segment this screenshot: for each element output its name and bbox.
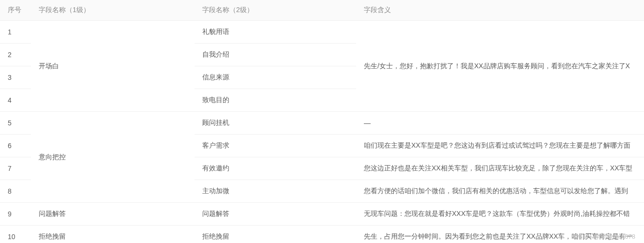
header-l1: 字段名称（1级） bbox=[31, 0, 195, 21]
cell-l2: 顾问挂机 bbox=[195, 112, 356, 135]
cell-meaning: 咱们现在主要是XX车型是吧？您这边有到店看过或试驾过吗？您现在主要是想了解哪方面 bbox=[356, 135, 644, 157]
cell-l2: 拒绝挽留 bbox=[195, 226, 356, 243]
cell-l2: 主动加微 bbox=[195, 180, 356, 203]
cell-l2: 信息来源 bbox=[195, 66, 356, 89]
table-header-row: 序号 字段名称（1级） 字段名称（2级） 字段含义 bbox=[0, 0, 644, 21]
cell-l1: 拒绝挽留 bbox=[31, 226, 195, 243]
header-meaning: 字段含义 bbox=[356, 0, 644, 21]
cell-meaning: — bbox=[356, 112, 644, 135]
field-definition-table: 序号 字段名称（1级） 字段名称（2级） 字段含义 1开场白礼貌用语先生/女士，… bbox=[0, 0, 644, 243]
table-row: 10拒绝挽留拒绝挽留先生，占用您一分钟时间。因为看到您之前也是关注了XX品牌XX… bbox=[0, 226, 644, 243]
cell-l2: 问题解答 bbox=[195, 203, 356, 226]
cell-l2: 礼貌用语 bbox=[195, 21, 356, 44]
cell-seq: 4 bbox=[0, 89, 31, 112]
header-seq: 序号 bbox=[0, 0, 31, 21]
cell-l2: 有效邀约 bbox=[195, 157, 356, 180]
cell-seq: 10 bbox=[0, 226, 31, 243]
table-body: 1开场白礼貌用语先生/女士，您好，抱歉打扰了！我是XX品牌店购车服务顾问，看到您… bbox=[0, 21, 644, 243]
cell-l1: 问题解答 bbox=[31, 203, 195, 226]
cell-seq: 7 bbox=[0, 157, 31, 180]
cell-l2: 客户需求 bbox=[195, 135, 356, 157]
cell-seq: 1 bbox=[0, 21, 31, 44]
cell-seq: 5 bbox=[0, 112, 31, 135]
cell-seq: 8 bbox=[0, 180, 31, 203]
cell-meaning: 无现车问题：您现在就是看好XXX车是吧？这款车（车型优势）外观时尚,油耗操控都不… bbox=[356, 203, 644, 226]
table-row: 9问题解答问题解答无现车问题：您现在就是看好XXX车是吧？这款车（车型优势）外观… bbox=[0, 203, 644, 226]
table-row: 5意向把控顾问挂机— bbox=[0, 112, 644, 135]
cell-seq: 6 bbox=[0, 135, 31, 157]
cell-seq: 9 bbox=[0, 203, 31, 226]
cell-seq: 3 bbox=[0, 66, 31, 89]
cell-seq: 2 bbox=[0, 44, 31, 66]
table-row: 1开场白礼貌用语先生/女士，您好，抱歉打扰了！我是XX品牌店购车服务顾问，看到您… bbox=[0, 21, 644, 44]
cell-meaning: 您这边正好也是在关注XX相关车型，我们店现车比较充足，除了您现在关注的车，XX车… bbox=[356, 157, 644, 180]
cell-meaning: 先生/女士，您好，抱歉打扰了！我是XX品牌店购车服务顾问，看到您在汽车之家关注了… bbox=[356, 21, 644, 112]
cell-meaning: 您看方便的话咱们加个微信，我们店有相关的优惠活动，车型信息可以发给您了解。遇到 bbox=[356, 180, 644, 203]
cell-l1: 开场白 bbox=[31, 21, 195, 112]
cell-l1: 意向把控 bbox=[31, 112, 195, 203]
cell-meaning: 先生，占用您一分钟时间。因为看到您之前也是关注了XX品牌XX车，咱们买车肯定是有… bbox=[356, 226, 644, 243]
header-l2: 字段名称（2级） bbox=[195, 0, 356, 21]
cell-l2: 自我介绍 bbox=[195, 44, 356, 66]
cell-l2: 致电目的 bbox=[195, 89, 356, 112]
